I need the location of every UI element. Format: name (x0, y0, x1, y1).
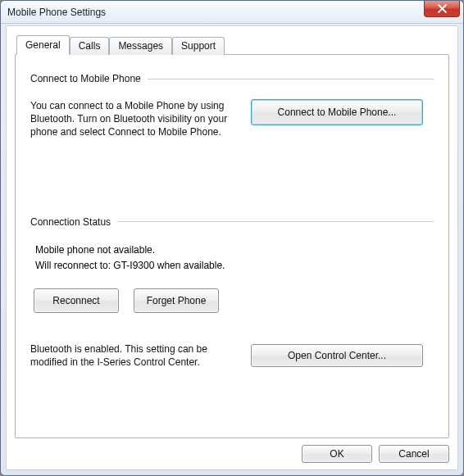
section-heading-status-text: Connection Status (30, 216, 111, 228)
status-line-2: Will reconnect to: GT-I9300 when availab… (35, 258, 434, 274)
reconnect-button[interactable]: Reconnect (34, 288, 119, 313)
client-area: General Calls Messages Support Connect t… (6, 25, 458, 470)
status-lines: Mobile phone not available. Will reconne… (35, 243, 434, 274)
open-control-center-button[interactable]: Open Control Center... (251, 344, 423, 367)
cancel-button[interactable]: Cancel (379, 445, 449, 463)
settings-window: Mobile Phone Settings General Calls Mess… (0, 0, 464, 476)
connect-row: You can connect to a Mobile Phone by usi… (30, 99, 434, 139)
divider (117, 221, 434, 222)
tab-messages[interactable]: Messages (109, 37, 172, 55)
window-title: Mobile Phone Settings (7, 7, 106, 18)
status-button-row: Reconnect Forget Phone (34, 288, 434, 313)
forget-phone-button[interactable]: Forget Phone (134, 288, 219, 313)
tab-support[interactable]: Support (172, 37, 225, 55)
spacer (30, 139, 434, 216)
connect-to-mobile-phone-button[interactable]: Connect to Mobile Phone... (251, 99, 423, 125)
section-heading-connect-text: Connect to Mobile Phone (30, 73, 141, 84)
bluetooth-row: Bluetooth is enabled. This setting can b… (30, 342, 434, 369)
ok-button[interactable]: OK (302, 445, 372, 463)
tab-body-general: Connect to Mobile Phone You can connect … (15, 54, 449, 438)
section-heading-connect: Connect to Mobile Phone (30, 73, 434, 84)
tab-calls[interactable]: Calls (70, 37, 110, 55)
bluetooth-description: Bluetooth is enabled. This setting can b… (30, 342, 239, 369)
section-heading-status: Connection Status (30, 216, 434, 228)
dialog-footer: OK Cancel (15, 438, 449, 463)
tab-general[interactable]: General (16, 35, 70, 55)
close-button[interactable] (424, 1, 460, 17)
tabs-header: General Calls Messages Support (16, 35, 449, 55)
titlebar: Mobile Phone Settings (1, 1, 463, 24)
spacer (30, 313, 434, 342)
connect-description: You can connect to a Mobile Phone by usi… (30, 99, 239, 139)
status-line-1: Mobile phone not available. (35, 243, 434, 258)
divider (148, 79, 434, 79)
close-icon (438, 4, 447, 13)
